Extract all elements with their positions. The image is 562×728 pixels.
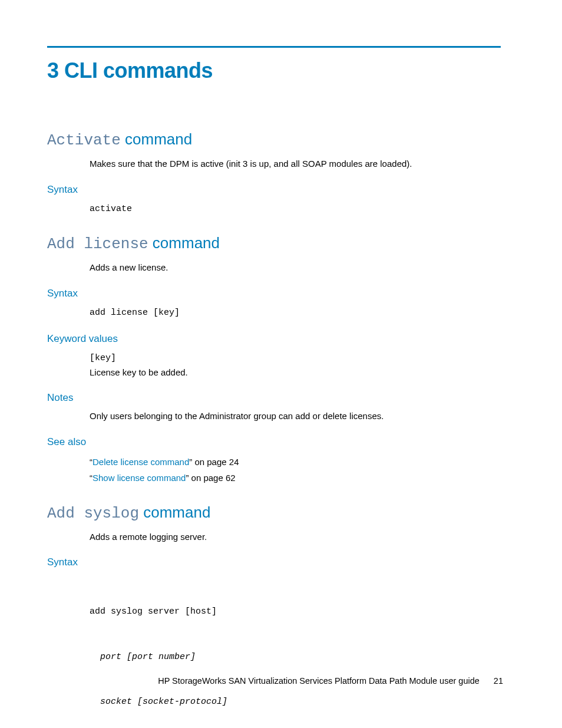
page-content: 3 CLI commands Activate command Makes su… bbox=[47, 46, 501, 728]
addlicense-syntax-code: add license [key] bbox=[90, 305, 501, 321]
seealso-link-0[interactable]: Delete license command bbox=[92, 457, 189, 467]
addlicense-kv-label: Keyword values bbox=[47, 333, 501, 345]
heading-activate-mono: Activate bbox=[47, 131, 121, 149]
heading-activate-rest: command bbox=[121, 130, 192, 148]
heading-addlicense: Add license command bbox=[47, 234, 501, 253]
heading-activate: Activate command bbox=[47, 130, 501, 149]
addlicense-desc: Adds a new license. bbox=[90, 261, 501, 275]
addsyslog-desc: Adds a remote logging server. bbox=[90, 531, 501, 544]
addsyslog-syntax-line2: port [port number] bbox=[90, 650, 501, 665]
addsyslog-syntax-label: Syntax bbox=[47, 556, 501, 568]
addsyslog-syntax-line3: socket [socket-protocol] bbox=[90, 694, 501, 710]
heading-addsyslog: Add syslog command bbox=[47, 503, 501, 522]
heading-addlicense-mono: Add license bbox=[47, 235, 148, 253]
addlicense-notes-text: Only users belonging to the Administrato… bbox=[90, 410, 501, 423]
addsyslog-syntax-line1: add syslog server [host] bbox=[90, 604, 501, 620]
page-footer: HP StorageWorks SAN Virtualization Servi… bbox=[158, 676, 503, 686]
addsyslog-syntax-block: add syslog server [host] port [port numb… bbox=[90, 574, 501, 728]
seealso-row-1: “Show license command” on page 62 bbox=[90, 470, 501, 486]
seealso-row-0: “Delete license command” on page 24 bbox=[90, 454, 501, 470]
top-rule bbox=[47, 46, 501, 48]
heading-addsyslog-rest: command bbox=[139, 503, 210, 521]
page-number: 21 bbox=[494, 676, 503, 686]
addlicense-notes-label: Notes bbox=[47, 392, 501, 404]
addlicense-syntax-label: Syntax bbox=[47, 288, 501, 299]
addlicense-seealso-label: See also bbox=[47, 436, 501, 448]
heading-addlicense-rest: command bbox=[148, 234, 220, 252]
activate-desc: Makes sure that the DPM is active (init … bbox=[90, 157, 501, 171]
activate-syntax-label: Syntax bbox=[47, 184, 501, 196]
seealso-close-0: ” on page 24 bbox=[189, 457, 239, 467]
chapter-title: 3 CLI commands bbox=[47, 58, 501, 83]
heading-addsyslog-mono: Add syslog bbox=[47, 505, 139, 522]
addlicense-kv-code: [key] bbox=[90, 351, 501, 366]
activate-syntax-code: activate bbox=[90, 202, 501, 217]
addlicense-kv-desc: License key to be added. bbox=[90, 366, 501, 380]
seealso-close-1: ” on page 62 bbox=[186, 473, 235, 483]
footer-text: HP StorageWorks SAN Virtualization Servi… bbox=[158, 676, 480, 686]
seealso-link-1[interactable]: Show license command bbox=[92, 473, 186, 483]
